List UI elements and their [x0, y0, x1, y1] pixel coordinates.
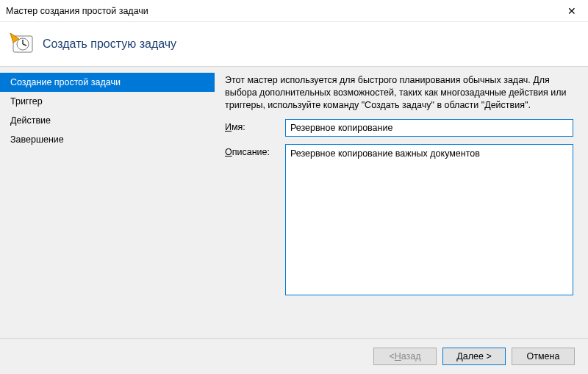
next-button[interactable]: Далее >	[442, 348, 506, 365]
titlebar: Мастер создания простой задачи ✕	[0, 0, 588, 22]
name-input[interactable]	[285, 119, 573, 137]
wizard-header: Создать простую задачу	[0, 22, 588, 66]
wizard-sidebar: Создание простой задачи Триггер Действие…	[0, 67, 215, 338]
row-description: Описание:	[225, 144, 573, 298]
page-title: Создать простую задачу	[43, 37, 176, 51]
wizard-footer: < Назад Далее > Отмена	[0, 339, 588, 374]
description-input[interactable]	[285, 144, 573, 295]
label-description: Описание:	[225, 144, 279, 157]
label-name: Имя:	[225, 119, 279, 132]
sidebar-step-create[interactable]: Создание простой задачи	[0, 73, 215, 92]
wizard-main: Этот мастер используется для быстрого пл…	[215, 67, 588, 338]
close-icon[interactable]: ✕	[556, 0, 588, 22]
wizard-body: Создание простой задачи Триггер Действие…	[0, 66, 588, 339]
back-button: < Назад	[373, 348, 437, 365]
task-wizard-icon	[9, 30, 35, 59]
row-name: Имя:	[225, 119, 573, 137]
window-title: Мастер создания простой задачи	[6, 6, 148, 16]
sidebar-step-trigger[interactable]: Триггер	[0, 92, 215, 111]
sidebar-step-finish[interactable]: Завершение	[0, 130, 215, 149]
instructions-text: Этот мастер используется для быстрого пл…	[225, 74, 573, 112]
sidebar-step-action[interactable]: Действие	[0, 111, 215, 130]
cancel-button[interactable]: Отмена	[512, 348, 575, 365]
